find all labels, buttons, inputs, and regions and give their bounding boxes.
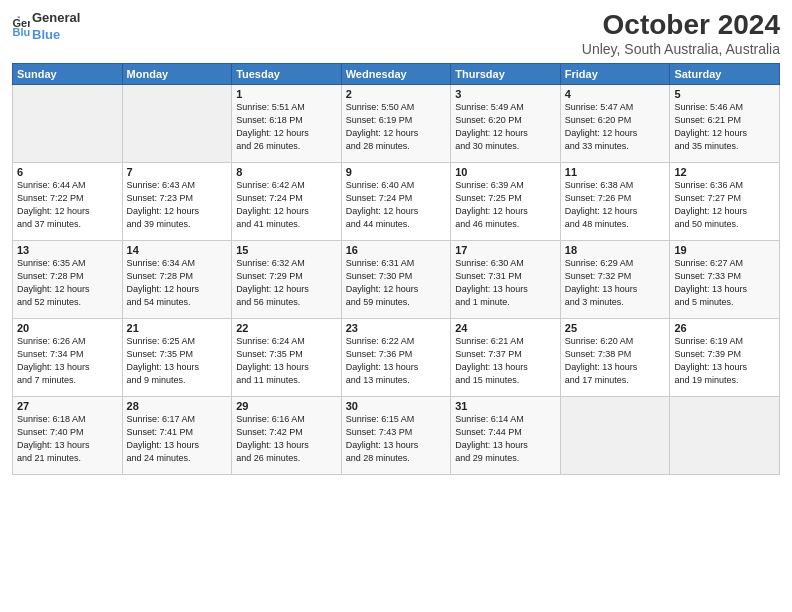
day-cell: 31Sunrise: 6:14 AMSunset: 7:44 PMDayligh… [451, 396, 561, 474]
day-detail: Sunrise: 6:20 AMSunset: 7:38 PMDaylight:… [565, 335, 666, 387]
day-number: 9 [346, 166, 447, 178]
day-cell: 7Sunrise: 6:43 AMSunset: 7:23 PMDaylight… [122, 162, 232, 240]
day-detail: Sunrise: 6:29 AMSunset: 7:32 PMDaylight:… [565, 257, 666, 309]
day-number: 29 [236, 400, 337, 412]
day-number: 7 [127, 166, 228, 178]
day-detail: Sunrise: 6:19 AMSunset: 7:39 PMDaylight:… [674, 335, 775, 387]
day-number: 12 [674, 166, 775, 178]
logo-icon: Gen Blue [12, 16, 30, 38]
day-number: 5 [674, 88, 775, 100]
day-number: 6 [17, 166, 118, 178]
calendar-table: SundayMondayTuesdayWednesdayThursdayFrid… [12, 63, 780, 475]
day-number: 30 [346, 400, 447, 412]
day-detail: Sunrise: 6:30 AMSunset: 7:31 PMDaylight:… [455, 257, 556, 309]
header: Gen Blue General Blue October 2024 Unley… [12, 10, 780, 57]
week-row-2: 6Sunrise: 6:44 AMSunset: 7:22 PMDaylight… [13, 162, 780, 240]
day-number: 25 [565, 322, 666, 334]
day-detail: Sunrise: 5:49 AMSunset: 6:20 PMDaylight:… [455, 101, 556, 153]
day-number: 28 [127, 400, 228, 412]
day-cell: 25Sunrise: 6:20 AMSunset: 7:38 PMDayligh… [560, 318, 670, 396]
day-cell: 21Sunrise: 6:25 AMSunset: 7:35 PMDayligh… [122, 318, 232, 396]
day-number: 8 [236, 166, 337, 178]
day-cell: 5Sunrise: 5:46 AMSunset: 6:21 PMDaylight… [670, 84, 780, 162]
day-number: 16 [346, 244, 447, 256]
page: Gen Blue General Blue October 2024 Unley… [0, 0, 792, 612]
day-detail: Sunrise: 5:50 AMSunset: 6:19 PMDaylight:… [346, 101, 447, 153]
day-number: 15 [236, 244, 337, 256]
day-detail: Sunrise: 6:16 AMSunset: 7:42 PMDaylight:… [236, 413, 337, 465]
day-number: 1 [236, 88, 337, 100]
day-number: 18 [565, 244, 666, 256]
day-cell [13, 84, 123, 162]
day-cell: 16Sunrise: 6:31 AMSunset: 7:30 PMDayligh… [341, 240, 451, 318]
day-detail: Sunrise: 6:34 AMSunset: 7:28 PMDaylight:… [127, 257, 228, 309]
day-cell: 18Sunrise: 6:29 AMSunset: 7:32 PMDayligh… [560, 240, 670, 318]
day-number: 23 [346, 322, 447, 334]
day-number: 10 [455, 166, 556, 178]
month-title: October 2024 [582, 10, 780, 41]
day-cell [122, 84, 232, 162]
day-cell: 15Sunrise: 6:32 AMSunset: 7:29 PMDayligh… [232, 240, 342, 318]
day-cell: 29Sunrise: 6:16 AMSunset: 7:42 PMDayligh… [232, 396, 342, 474]
day-number: 4 [565, 88, 666, 100]
logo-line1: General [32, 10, 80, 27]
day-detail: Sunrise: 6:27 AMSunset: 7:33 PMDaylight:… [674, 257, 775, 309]
day-detail: Sunrise: 5:51 AMSunset: 6:18 PMDaylight:… [236, 101, 337, 153]
day-cell: 13Sunrise: 6:35 AMSunset: 7:28 PMDayligh… [13, 240, 123, 318]
week-row-1: 1Sunrise: 5:51 AMSunset: 6:18 PMDaylight… [13, 84, 780, 162]
header-cell-tuesday: Tuesday [232, 63, 342, 84]
day-detail: Sunrise: 6:17 AMSunset: 7:41 PMDaylight:… [127, 413, 228, 465]
day-detail: Sunrise: 6:32 AMSunset: 7:29 PMDaylight:… [236, 257, 337, 309]
header-cell-sunday: Sunday [13, 63, 123, 84]
day-cell: 2Sunrise: 5:50 AMSunset: 6:19 PMDaylight… [341, 84, 451, 162]
day-number: 24 [455, 322, 556, 334]
header-cell-monday: Monday [122, 63, 232, 84]
day-cell: 26Sunrise: 6:19 AMSunset: 7:39 PMDayligh… [670, 318, 780, 396]
day-number: 27 [17, 400, 118, 412]
day-detail: Sunrise: 6:35 AMSunset: 7:28 PMDaylight:… [17, 257, 118, 309]
day-cell: 28Sunrise: 6:17 AMSunset: 7:41 PMDayligh… [122, 396, 232, 474]
day-detail: Sunrise: 6:40 AMSunset: 7:24 PMDaylight:… [346, 179, 447, 231]
day-detail: Sunrise: 6:25 AMSunset: 7:35 PMDaylight:… [127, 335, 228, 387]
day-cell [560, 396, 670, 474]
title-block: October 2024 Unley, South Australia, Aus… [582, 10, 780, 57]
day-cell [670, 396, 780, 474]
day-cell: 3Sunrise: 5:49 AMSunset: 6:20 PMDaylight… [451, 84, 561, 162]
day-number: 17 [455, 244, 556, 256]
week-row-5: 27Sunrise: 6:18 AMSunset: 7:40 PMDayligh… [13, 396, 780, 474]
day-cell: 19Sunrise: 6:27 AMSunset: 7:33 PMDayligh… [670, 240, 780, 318]
day-detail: Sunrise: 6:26 AMSunset: 7:34 PMDaylight:… [17, 335, 118, 387]
day-number: 22 [236, 322, 337, 334]
day-detail: Sunrise: 6:21 AMSunset: 7:37 PMDaylight:… [455, 335, 556, 387]
header-cell-wednesday: Wednesday [341, 63, 451, 84]
day-cell: 20Sunrise: 6:26 AMSunset: 7:34 PMDayligh… [13, 318, 123, 396]
day-cell: 14Sunrise: 6:34 AMSunset: 7:28 PMDayligh… [122, 240, 232, 318]
day-detail: Sunrise: 5:46 AMSunset: 6:21 PMDaylight:… [674, 101, 775, 153]
day-number: 11 [565, 166, 666, 178]
day-detail: Sunrise: 6:18 AMSunset: 7:40 PMDaylight:… [17, 413, 118, 465]
day-detail: Sunrise: 6:44 AMSunset: 7:22 PMDaylight:… [17, 179, 118, 231]
day-number: 14 [127, 244, 228, 256]
svg-text:Blue: Blue [13, 26, 30, 38]
header-cell-saturday: Saturday [670, 63, 780, 84]
day-cell: 23Sunrise: 6:22 AMSunset: 7:36 PMDayligh… [341, 318, 451, 396]
day-number: 3 [455, 88, 556, 100]
day-number: 20 [17, 322, 118, 334]
week-row-3: 13Sunrise: 6:35 AMSunset: 7:28 PMDayligh… [13, 240, 780, 318]
week-row-4: 20Sunrise: 6:26 AMSunset: 7:34 PMDayligh… [13, 318, 780, 396]
subtitle: Unley, South Australia, Australia [582, 41, 780, 57]
day-cell: 30Sunrise: 6:15 AMSunset: 7:43 PMDayligh… [341, 396, 451, 474]
day-number: 26 [674, 322, 775, 334]
header-cell-thursday: Thursday [451, 63, 561, 84]
header-cell-friday: Friday [560, 63, 670, 84]
day-cell: 1Sunrise: 5:51 AMSunset: 6:18 PMDaylight… [232, 84, 342, 162]
day-detail: Sunrise: 6:38 AMSunset: 7:26 PMDaylight:… [565, 179, 666, 231]
day-number: 13 [17, 244, 118, 256]
day-cell: 24Sunrise: 6:21 AMSunset: 7:37 PMDayligh… [451, 318, 561, 396]
day-detail: Sunrise: 6:24 AMSunset: 7:35 PMDaylight:… [236, 335, 337, 387]
day-detail: Sunrise: 6:14 AMSunset: 7:44 PMDaylight:… [455, 413, 556, 465]
day-cell: 4Sunrise: 5:47 AMSunset: 6:20 PMDaylight… [560, 84, 670, 162]
day-cell: 6Sunrise: 6:44 AMSunset: 7:22 PMDaylight… [13, 162, 123, 240]
day-cell: 12Sunrise: 6:36 AMSunset: 7:27 PMDayligh… [670, 162, 780, 240]
day-cell: 17Sunrise: 6:30 AMSunset: 7:31 PMDayligh… [451, 240, 561, 318]
